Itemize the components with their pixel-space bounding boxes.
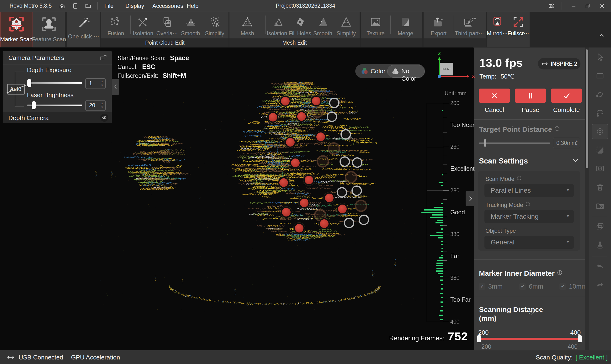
checkbox-icon[interactable]: ✔ (559, 283, 566, 290)
export-button[interactable]: Export (424, 12, 454, 37)
laser-brightness-thumb[interactable] (32, 101, 36, 109)
pc-isolation-button[interactable]: Isolation (130, 12, 156, 37)
depth-camera-bar[interactable]: Depth Camera (3, 112, 112, 123)
scrollbar-thumb[interactable] (586, 49, 588, 168)
lasso-select-button[interactable] (592, 105, 608, 120)
mesh-button[interactable]: Mesh (229, 12, 265, 37)
scan-distance-min-handle[interactable] (477, 335, 481, 342)
depth-histogram-bar (441, 255, 443, 256)
color-option-label[interactable]: Color (371, 67, 385, 75)
no-color-option[interactable]: No Color (387, 65, 425, 78)
mesh-simplify-button[interactable]: Simplify (334, 12, 358, 37)
texture-button[interactable]: Texture (361, 12, 390, 37)
rect-select-icon (595, 70, 605, 81)
marker-scan-button[interactable]: Marker Scan (0, 12, 32, 47)
scan-mode-label: Scan Mode (485, 176, 521, 182)
depth-zone-box (427, 103, 444, 147)
complete-label: Complete (551, 106, 582, 114)
merge-button[interactable]: Merge (391, 12, 420, 37)
depth-histogram-bar (430, 217, 443, 218)
target-point-distance-thumb[interactable] (484, 139, 486, 146)
mesh-edit-group-label: Mesh Edit (229, 39, 360, 47)
fill-holes-button[interactable]: Fill Holes (288, 12, 311, 37)
panel-scrollbar[interactable] (585, 48, 589, 350)
eye-off-icon[interactable] (100, 114, 108, 122)
mesh-isolation-button[interactable]: Isolation (265, 12, 288, 37)
target-point-distance-slider[interactable] (479, 143, 550, 144)
spinner-arrows[interactable]: ▲▼ (575, 139, 578, 146)
redo-button[interactable] (592, 278, 608, 293)
ribbon-collapse-chevron[interactable] (598, 33, 605, 38)
export-label: Export (431, 30, 446, 37)
depth-exposure-thumb[interactable] (27, 79, 31, 87)
close-icon[interactable] (599, 3, 606, 9)
checkbox-icon[interactable]: ✔ (519, 283, 526, 290)
info-icon[interactable] (517, 176, 521, 181)
info-icon[interactable] (526, 202, 530, 207)
minimize-icon[interactable] (570, 3, 577, 9)
undo-button[interactable] (592, 259, 608, 274)
target-point-distance-valuebox[interactable]: 0.30mm ▲▼ (553, 138, 580, 148)
scan-distance-range-slider[interactable] (478, 338, 580, 340)
delete-button[interactable] (592, 180, 608, 195)
diameter-6mm-checkbox[interactable]: ✔ 6mm (519, 283, 543, 290)
stamp-button[interactable] (592, 237, 608, 252)
panel-collapse-chevron[interactable] (112, 79, 119, 95)
depth-scale-expand-chevron[interactable] (466, 191, 476, 206)
depth-exposure-valuebox[interactable]: 1 ▲▼ (85, 78, 105, 89)
depth-tick (443, 118, 447, 118)
red-marker (285, 137, 296, 148)
laser-brightness-valuebox[interactable]: 20 ▲▼ (85, 100, 105, 111)
device-name: INSPIRE 2 (551, 61, 577, 67)
rail-divider (592, 257, 607, 257)
rect-select-button[interactable] (592, 68, 608, 83)
mirroring-button[interactable]: Mirrori⋯ (487, 12, 508, 37)
cancel-label: Cancel (479, 106, 510, 114)
spinner-arrows[interactable]: ▲▼ (101, 102, 103, 109)
info-icon[interactable] (528, 309, 534, 315)
diameter-3mm-checkbox[interactable]: ✔ 3mm (479, 283, 503, 290)
fullscreen-button[interactable]: Fullscr⋯ (508, 12, 529, 37)
cancel-button[interactable] (479, 89, 510, 103)
device-badge[interactable]: INSPIRE 2 (538, 58, 580, 69)
scan-mode-dropdown[interactable]: Parallel Lines ▾ (484, 184, 574, 197)
fusion-button[interactable]: Fusion (101, 12, 130, 37)
scan-distance-max-handle[interactable] (578, 335, 582, 342)
duplicate-button[interactable] (592, 218, 608, 234)
pc-simplify-button[interactable]: Simplify (202, 12, 227, 37)
scan-settings-collapse-chevron[interactable] (572, 158, 579, 163)
polygon-select-button[interactable] (592, 87, 608, 102)
hotkey-fullscreen: Fullscreen/Exit: Shift+M (117, 72, 186, 79)
texture-group-bar (361, 39, 422, 47)
info-icon[interactable] (554, 126, 560, 131)
smooth-mesh-icon (316, 14, 329, 30)
settings-sliders-icon[interactable] (548, 3, 555, 9)
color-toggle[interactable]: Color No Color (355, 64, 425, 78)
axis-gizmo[interactable]: FRONT Z X (433, 52, 476, 83)
mesh-smooth-button[interactable]: Smooth (311, 12, 334, 37)
popout-icon[interactable] (99, 54, 107, 61)
pc-smooth-button[interactable]: Smooth (179, 12, 202, 37)
depth-exposure-slider[interactable] (27, 82, 82, 84)
deselect-button[interactable] (592, 161, 608, 176)
spinner-arrows[interactable]: ▲▼ (101, 79, 103, 87)
info-icon[interactable] (557, 270, 562, 275)
checkbox-icon[interactable]: ✔ (479, 283, 485, 290)
third-party-button[interactable]: Third-part⋯ (454, 12, 485, 37)
restore-window-icon[interactable] (585, 3, 591, 9)
one-click-button[interactable]: One-click ⋯ (67, 12, 100, 47)
diameter-10mm-checkbox[interactable]: ✔ 10mm (559, 283, 587, 290)
tracking-mode-dropdown[interactable]: Marker Tracking ▾ (484, 210, 574, 223)
delete-isolated-button[interactable] (592, 198, 608, 214)
object-type-dropdown[interactable]: General ▾ (484, 236, 574, 249)
complete-button[interactable] (551, 89, 582, 103)
overlap-button[interactable]: Overla⋯ (156, 12, 179, 37)
red-marker (280, 96, 291, 107)
feature-scan-button[interactable]: Feature Scan (33, 12, 65, 47)
select-cursor-button[interactable] (592, 49, 608, 65)
pause-button[interactable] (515, 89, 546, 103)
stamp-icon (595, 239, 605, 250)
sphere-select-button[interactable] (592, 124, 608, 139)
auto-toggle[interactable]: Auto (7, 84, 25, 94)
invert-select-button[interactable] (592, 143, 608, 158)
